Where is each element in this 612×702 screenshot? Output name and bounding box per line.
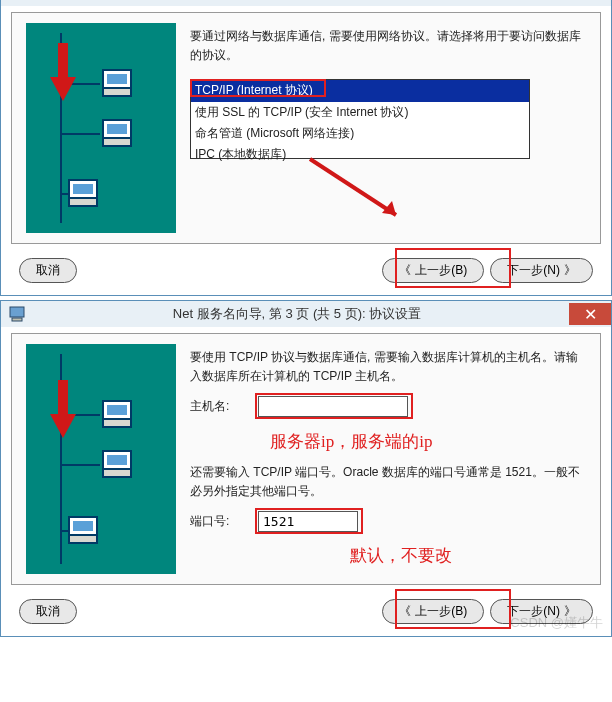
computer-icon (102, 400, 136, 430)
svg-line-2 (310, 159, 396, 215)
instruction-text-2: 还需要输入 TCP/IP 端口号。Oracle 数据库的端口号通常是 1521。… (190, 463, 586, 501)
chevron-left-icon: 《 (399, 603, 411, 620)
port-row: 端口号: (190, 511, 586, 532)
computer-icon (68, 516, 102, 546)
svg-rect-5 (12, 318, 22, 321)
titlebar: Net 服务名向导, 第 3 页 (共 5 页): 协议设置 ✕ (1, 301, 611, 327)
port-label: 端口号: (190, 512, 248, 531)
watermark: CSDN @嬞牛牛 (510, 614, 603, 632)
back-label: 上一步(B) (415, 262, 467, 279)
close-icon: ✕ (584, 305, 597, 324)
button-bar: 取消 《 上一步(B) 下一步(N) 》 (1, 250, 611, 295)
cancel-label: 取消 (36, 262, 60, 279)
host-label: 主机名: (190, 397, 248, 416)
red-arrow-icon (46, 380, 80, 442)
svg-rect-4 (10, 307, 24, 317)
wizard-step3-window: Net 服务名向导, 第 3 页 (共 5 页): 协议设置 ✕ 要使用 TCP… (0, 300, 612, 637)
annotation-arrow-icon (300, 153, 420, 233)
annotation-port: 默认，不要改 (350, 542, 586, 569)
protocol-option-ssl[interactable]: 使用 SSL 的 TCP/IP (安全 Internet 协议) (191, 102, 529, 123)
wizard-content: 要通过网络与数据库通信, 需要使用网络协议。请选择将用于要访问数据库的协议。 T… (190, 23, 586, 233)
wizard-content: 要使用 TCP/IP 协议与数据库通信, 需要输入数据库计算机的主机名。请输入数… (190, 344, 586, 574)
svg-marker-1 (50, 77, 76, 101)
svg-rect-0 (58, 43, 68, 77)
app-icon (9, 306, 25, 322)
protocol-option-tcpip[interactable]: TCP/IP (Internet 协议) (191, 80, 529, 101)
wizard-step2-window: 要通过网络与数据库通信, 需要使用网络协议。请选择将用于要访问数据库的协议。 T… (0, 0, 612, 296)
wizard-graphic-panel (26, 344, 176, 574)
wizard-graphic-panel (26, 23, 176, 233)
instruction-text-1: 要使用 TCP/IP 协议与数据库通信, 需要输入数据库计算机的主机名。请输入数… (190, 348, 586, 386)
computer-icon (102, 450, 136, 480)
computer-icon (102, 69, 136, 99)
back-button[interactable]: 《 上一步(B) (382, 599, 484, 624)
svg-rect-6 (58, 380, 68, 414)
port-input[interactable] (258, 511, 358, 532)
cancel-button[interactable]: 取消 (19, 258, 77, 283)
next-button[interactable]: 下一步(N) 》 (490, 258, 593, 283)
computer-icon (68, 179, 102, 209)
protocol-option-namedpipe[interactable]: 命名管道 (Microsoft 网络连接) (191, 123, 529, 144)
cancel-button[interactable]: 取消 (19, 599, 77, 624)
svg-marker-7 (50, 414, 76, 438)
chevron-right-icon: 》 (564, 262, 576, 279)
back-label: 上一步(B) (415, 603, 467, 620)
chevron-left-icon: 《 (399, 262, 411, 279)
wizard-body: 要使用 TCP/IP 协议与数据库通信, 需要输入数据库计算机的主机名。请输入数… (11, 333, 601, 585)
back-button[interactable]: 《 上一步(B) (382, 258, 484, 283)
titlebar-partial (1, 0, 611, 6)
protocol-listbox[interactable]: TCP/IP (Internet 协议) 使用 SSL 的 TCP/IP (安全… (190, 79, 530, 159)
annotation-host: 服务器ip，服务端的ip (270, 428, 586, 455)
host-row: 主机名: (190, 396, 586, 417)
computer-icon (102, 119, 136, 149)
wizard-body: 要通过网络与数据库通信, 需要使用网络协议。请选择将用于要访问数据库的协议。 T… (11, 12, 601, 244)
host-input[interactable] (258, 396, 408, 417)
window-title: Net 服务名向导, 第 3 页 (共 5 页): 协议设置 (25, 305, 569, 323)
red-arrow-icon (46, 43, 80, 105)
close-button[interactable]: ✕ (569, 303, 611, 325)
next-label: 下一步(N) (507, 262, 560, 279)
instruction-text: 要通过网络与数据库通信, 需要使用网络协议。请选择将用于要访问数据库的协议。 (190, 27, 586, 65)
cancel-label: 取消 (36, 603, 60, 620)
